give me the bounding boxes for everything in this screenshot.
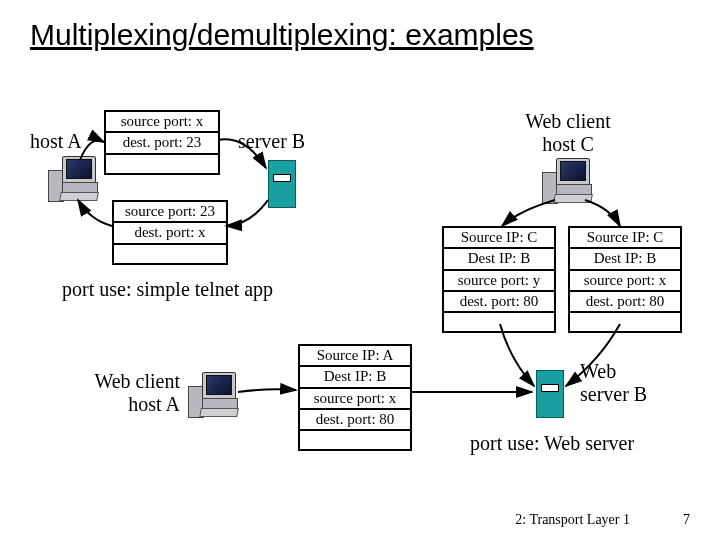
- computer-host-a-icon: [48, 156, 98, 202]
- computer-host-c-icon: [542, 158, 592, 204]
- label-web-client-a: Web client host A: [70, 370, 180, 416]
- label-server-b-top: server B: [238, 130, 305, 153]
- caption-web: port use: Web server: [470, 432, 634, 455]
- caption-telnet: port use: simple telnet app: [62, 278, 273, 301]
- slide-title: Multiplexing/demultiplexing: examples: [30, 18, 534, 52]
- label-host-a: host A: [30, 130, 82, 153]
- label-web-client-c: Web client host C: [498, 110, 638, 156]
- footer-section: 2: Transport Layer 1: [515, 512, 630, 528]
- computer-web-client-a-icon: [188, 372, 238, 418]
- web-server-b-icon: [536, 370, 564, 418]
- label-web-server-b: Web server B: [580, 360, 647, 406]
- footer-page-number: 7: [683, 512, 690, 528]
- server-b-top-icon: [268, 160, 296, 208]
